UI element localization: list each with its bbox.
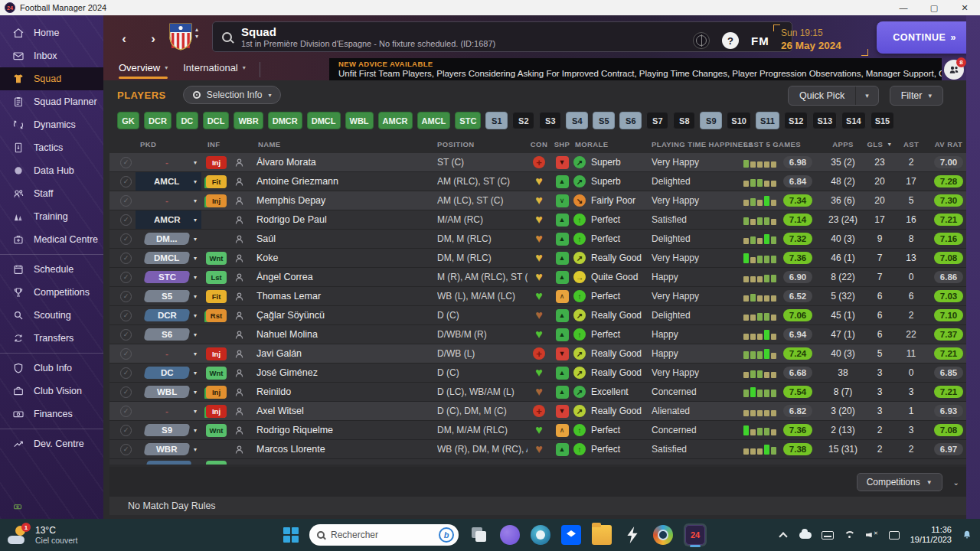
player-row[interactable]: ✓ - ▾ Inj Memphis Depay AM (LC), ST (C) …: [109, 191, 970, 210]
position-filter-button[interactable]: S2: [512, 112, 534, 129]
row-checkbox[interactable]: ✓: [120, 425, 132, 436]
player-row[interactable]: ✓ DM... ▾ Saúl DM, M (RLC) ▲: [109, 230, 970, 249]
player-name[interactable]: Nahuel Molina: [256, 329, 437, 340]
row-checkbox[interactable]: ✓: [120, 253, 132, 264]
continue-button[interactable]: CONTINUE»: [877, 21, 972, 54]
position-filter-button[interactable]: S3: [539, 112, 561, 129]
player-row[interactable]: ✓ WBR ▾ Marcos Llorente WB (R), DM, M (R…: [109, 440, 970, 459]
position-filter-button[interactable]: DCR: [144, 112, 172, 129]
sidebar-item[interactable]: Tactics: [0, 136, 103, 159]
pick-cell[interactable]: - ▾: [136, 153, 201, 171]
language-icon[interactable]: [888, 529, 900, 541]
sidebar-item[interactable]: Transfers: [0, 327, 103, 350]
sidebar-item[interactable]: Scouting: [0, 304, 103, 327]
player-row[interactable]: ✓ WBL ▾ Inj Reinildo D (LC), WB/AM (L) ▲: [109, 383, 970, 402]
browser-icon[interactable]: [653, 525, 673, 545]
sidebar-item[interactable]: Squad: [0, 67, 103, 90]
competitions-dropdown[interactable]: Competitions ▼: [857, 473, 942, 491]
player-name[interactable]: Koke: [256, 253, 437, 263]
row-checkbox[interactable]: ✓: [120, 406, 132, 417]
taskbar-weather-widget[interactable]: 1 13°C Ciel couvert: [8, 526, 161, 545]
forward-button[interactable]: ›: [143, 29, 163, 49]
pick-cell[interactable]: - ▾: [136, 344, 201, 363]
row-checkbox[interactable]: ✓: [120, 214, 132, 226]
position-filter-button[interactable]: S15: [871, 112, 895, 129]
position-filter-button[interactable]: S5: [593, 112, 615, 129]
quick-pick-button[interactable]: Quick Pick ▾: [788, 86, 879, 106]
col-last5[interactable]: LAST 5 GAMES: [743, 140, 822, 148]
tab-international[interactable]: International▾: [183, 62, 246, 77]
position-filter-button[interactable]: AMCL: [417, 112, 451, 129]
pick-cell[interactable]: DCR ▾: [136, 306, 201, 324]
position-filter-button[interactable]: S8: [673, 112, 695, 129]
fm-logo[interactable]: FM: [751, 34, 769, 47]
selection-info-dropdown[interactable]: Selection Info ▾: [183, 86, 282, 104]
col-position[interactable]: POSITION: [437, 140, 528, 148]
row-checkbox[interactable]: ✓: [120, 444, 132, 455]
pick-cell[interactable]: WBL ▾: [136, 383, 201, 401]
globe-icon[interactable]: [693, 32, 710, 49]
advice-people-icon[interactable]: 8: [944, 60, 964, 80]
sidebar-item[interactable]: Finances: [0, 403, 103, 425]
volume-muted-icon[interactable]: [866, 529, 878, 541]
sidebar-item[interactable]: Data Hub: [0, 159, 103, 182]
row-checkbox[interactable]: ✓: [120, 310, 132, 321]
player-row[interactable]: ✓ S9 ▾ Wnt Rodrigo Riquelme DM, M/AM (RL…: [109, 421, 970, 440]
row-checkbox[interactable]: ✓: [120, 291, 132, 302]
notification-bell-icon[interactable]: [962, 530, 972, 540]
maximize-button[interactable]: ▢: [919, 0, 949, 15]
pick-cell[interactable]: S5 ▾: [136, 287, 201, 305]
close-button[interactable]: ✕: [949, 0, 980, 15]
player-row[interactable]: ✓ DMCL ▾ Wnt Koke DM, M (RLC) ▲: [109, 249, 970, 268]
team-switcher-spinner[interactable]: ▴▾: [195, 26, 198, 40]
col-con[interactable]: CON: [528, 140, 550, 148]
col-pth[interactable]: PLAYING TIME HAPPINESS: [652, 140, 743, 148]
player-row[interactable]: ✓ DCR ▾ Rst Çağlar Söyüncü D (C) ▲: [109, 306, 970, 325]
dropbox-icon[interactable]: [561, 525, 581, 545]
sidebar-item[interactable]: Training: [0, 205, 103, 228]
pick-cell[interactable]: WBR ▾: [136, 440, 201, 458]
position-filter-button[interactable]: S9: [700, 112, 722, 129]
pick-cell[interactable]: DMCL ▾: [136, 249, 201, 267]
pick-cell[interactable]: - ▾: [136, 402, 201, 420]
player-row[interactable]: ✓ AMCR ▾ Rodrigo De Paul M/AM (RC) ▲: [109, 210, 970, 230]
player-name[interactable]: Marcos Llorente: [256, 444, 437, 455]
pick-cell[interactable]: - ▾: [136, 191, 201, 210]
task-view-button[interactable]: [469, 525, 489, 545]
sidebar-item[interactable]: Schedule: [0, 258, 103, 281]
col-ast[interactable]: AST: [895, 140, 927, 148]
position-filter-button[interactable]: WBR: [234, 112, 263, 129]
position-filter-button[interactable]: S13: [812, 112, 837, 129]
position-filter-button[interactable]: WBL: [345, 112, 374, 129]
col-morale[interactable]: MORALE: [573, 140, 652, 148]
keyboard-icon[interactable]: [822, 529, 834, 541]
start-button[interactable]: [283, 527, 299, 543]
row-checkbox[interactable]: ✓: [120, 233, 132, 245]
col-apps[interactable]: APPS: [822, 140, 864, 148]
col-name[interactable]: NAME: [250, 140, 437, 148]
pick-cell[interactable]: DC ▾: [136, 364, 201, 382]
minimize-button[interactable]: —: [888, 0, 919, 15]
row-checkbox[interactable]: ✓: [120, 367, 132, 379]
player-name[interactable]: Rodrigo Riquelme: [256, 425, 437, 435]
sidebar-item[interactable]: Club Vision: [0, 380, 103, 403]
player-name[interactable]: Çağlar Söyüncü: [256, 310, 437, 321]
position-filter-button[interactable]: STC: [455, 112, 481, 129]
player-row[interactable]: ✓ - ▾ Inj Álvaro Morata ST (C) ▼: [109, 153, 970, 172]
tab-overview[interactable]: Overview▾: [119, 62, 168, 77]
player-name[interactable]: Axel Witsel: [256, 406, 437, 416]
sidebar-item[interactable]: Dev. Centre: [0, 432, 103, 455]
tray-expand-icon[interactable]: [777, 529, 789, 541]
onedrive-icon[interactable]: [799, 529, 812, 541]
file-explorer-icon[interactable]: [592, 525, 612, 545]
advice-ticker[interactable]: NEW ADVICE AVAILABLE Unfit First Team Pl…: [329, 58, 942, 80]
position-filter-button[interactable]: S12: [784, 112, 808, 129]
pick-cell[interactable]: AMCL ▾: [136, 172, 201, 191]
player-row[interactable]: ✓ STC ▾ Lst Ángel Correa M (R), AM (RLC)…: [109, 268, 970, 287]
position-filter-button[interactable]: AMCR: [378, 112, 413, 129]
chat-app-icon[interactable]: [500, 525, 520, 545]
player-name[interactable]: Antoine Griezmann: [256, 176, 437, 187]
col-inf[interactable]: INF: [201, 140, 232, 148]
player-name[interactable]: Ángel Correa: [256, 272, 437, 282]
position-filter-button[interactable]: DCL: [203, 112, 230, 129]
